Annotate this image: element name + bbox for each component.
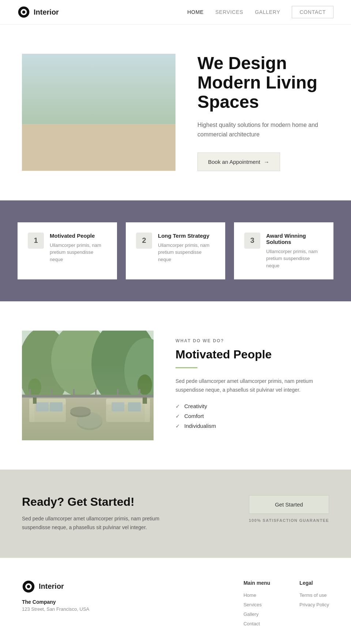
svg-point-51 <box>77 412 102 428</box>
footer-menu-item-services[interactable]: Services <box>244 601 270 608</box>
what-desc: Sed pede ullamcorper amet ullamcorper pr… <box>176 377 329 395</box>
svg-rect-54 <box>143 385 147 404</box>
svg-point-26 <box>119 71 129 81</box>
features-section: 1 Motivated People Ullamcorper primis, n… <box>0 200 351 302</box>
what-list-label-1: Comfort <box>184 413 204 419</box>
svg-point-53 <box>70 407 91 415</box>
nav-link-home[interactable]: HOME <box>187 9 204 15</box>
cta-desc: Sed pede ullamcorper amet ullamcorper pr… <box>22 515 168 532</box>
footer: Interior The Company 123 Street, San Fra… <box>0 558 351 644</box>
check-icon-2: ✓ <box>176 423 180 429</box>
svg-rect-29 <box>26 90 38 120</box>
footer-menu-item-home[interactable]: Home <box>244 592 270 598</box>
svg-rect-28 <box>22 83 42 163</box>
cta-right: Get Started 100% SATISFACTION GUARANTEE <box>249 495 329 523</box>
appointment-label: Book an Appointment <box>208 159 260 165</box>
footer-legal-item-privacy[interactable]: Privacy Policy <box>299 601 329 608</box>
svg-rect-40 <box>29 400 66 422</box>
feature-card-3: 3 Award Winning Solutions Ullamcorper pr… <box>234 222 333 280</box>
svg-point-24 <box>72 71 82 81</box>
svg-rect-63 <box>117 389 118 395</box>
feature-title-1: Motivated People <box>50 233 107 239</box>
svg-rect-39 <box>22 396 154 440</box>
footer-company-name: The Company <box>22 599 214 605</box>
footer-menu-link-contact[interactable]: Contact <box>244 621 260 626</box>
svg-point-67 <box>27 585 30 588</box>
nav-item-gallery[interactable]: GALLERY <box>255 9 280 15</box>
nav-link-contact[interactable]: CONTACT <box>292 6 333 18</box>
svg-rect-12 <box>44 83 154 134</box>
svg-rect-64 <box>139 389 140 395</box>
what-we-do-section: WHAT DO WE DO? Motivated People Sed pede… <box>0 301 351 470</box>
feature-desc-1: Ullamcorper primis, nam pretium suspendi… <box>50 242 107 263</box>
hero-title: We Design Modern Living Spaces <box>197 54 329 112</box>
svg-rect-32 <box>26 125 44 129</box>
footer-legal-list: Terms of use Privacy Policy <box>299 592 329 608</box>
svg-rect-17 <box>58 127 132 149</box>
book-appointment-button[interactable]: Book an Appointment → <box>197 152 280 171</box>
svg-rect-58 <box>22 395 154 398</box>
what-list: ✓ Creativity ✓ Comfort ✓ Individualism <box>176 403 329 429</box>
svg-rect-5 <box>22 54 176 83</box>
logo[interactable]: Interior <box>18 6 59 18</box>
hero-image <box>22 54 176 171</box>
svg-rect-41 <box>29 399 66 404</box>
get-started-button[interactable]: Get Started <box>249 495 329 514</box>
cta-title: Ready? Get Started! <box>22 495 234 509</box>
footer-menu-item-contact[interactable]: Contact <box>244 620 270 627</box>
svg-rect-60 <box>51 389 53 395</box>
what-list-label-0: Creativity <box>184 403 207 409</box>
footer-legal-link-privacy[interactable]: Privacy Policy <box>299 602 329 607</box>
footer-logo-icon <box>22 580 35 593</box>
footer-menu-link-services[interactable]: Services <box>244 602 262 607</box>
feature-title-2: Long Term Strategy <box>158 233 215 239</box>
what-list-item-1: ✓ Comfort <box>176 413 329 419</box>
feature-number-2: 2 <box>136 233 152 249</box>
feature-content-3: Award Winning Solutions Ullamcorper prim… <box>266 233 323 270</box>
footer-top: Interior The Company 123 Street, San Fra… <box>22 580 329 630</box>
footer-main-menu-list: Home Services Gallery Contact <box>244 592 270 627</box>
svg-rect-47 <box>145 399 150 422</box>
footer-main-menu: Main menu Home Services Gallery Contact <box>244 580 270 630</box>
footer-brand: Interior The Company 123 Street, San Fra… <box>22 580 214 630</box>
footer-legal-label: Legal <box>299 580 329 586</box>
what-title: Motivated People <box>176 348 329 361</box>
feature-card-1: 1 Motivated People Ullamcorper primis, n… <box>18 222 117 280</box>
svg-rect-62 <box>95 389 97 395</box>
brand-name: Interior <box>34 8 59 16</box>
footer-menu-item-gallery[interactable]: Gallery <box>244 611 270 617</box>
footer-legal: Legal Terms of use Privacy Policy <box>299 580 329 630</box>
svg-rect-4 <box>22 68 176 142</box>
what-list-item-2: ✓ Individualism <box>176 423 329 429</box>
svg-rect-18 <box>57 125 133 132</box>
nav-item-home[interactable]: HOME <box>187 9 204 15</box>
svg-rect-16 <box>44 109 154 110</box>
svg-rect-13 <box>44 83 45 134</box>
svg-rect-30 <box>26 123 38 142</box>
feature-title-3: Award Winning Solutions <box>266 233 323 245</box>
footer-main-menu-label: Main menu <box>244 580 270 586</box>
feature-content-2: Long Term Strategy Ullamcorper primis, n… <box>158 233 215 263</box>
footer-legal-link-terms[interactable]: Terms of use <box>299 592 327 598</box>
footer-legal-item-terms[interactable]: Terms of use <box>299 592 329 598</box>
cta-guarantee: 100% SATISFACTION GUARANTEE <box>249 518 329 523</box>
svg-rect-45 <box>106 400 150 422</box>
nav-item-services[interactable]: SERVICES <box>215 9 243 15</box>
what-image <box>22 331 154 440</box>
svg-rect-48 <box>112 402 124 411</box>
svg-rect-61 <box>73 389 75 395</box>
svg-rect-44 <box>50 402 63 411</box>
svg-rect-46 <box>106 399 150 404</box>
svg-point-55 <box>137 374 152 395</box>
outdoor-svg-art <box>22 331 154 440</box>
nav-links: HOME SERVICES GALLERY CONTACT <box>187 9 333 15</box>
svg-rect-15 <box>152 83 154 134</box>
svg-rect-27 <box>124 54 125 71</box>
footer-menu-link-home[interactable]: Home <box>244 592 256 598</box>
nav-link-services[interactable]: SERVICES <box>215 9 243 15</box>
hero-image-placeholder <box>22 54 176 171</box>
svg-rect-43 <box>36 402 49 411</box>
nav-link-gallery[interactable]: GALLERY <box>255 9 280 15</box>
footer-menu-link-gallery[interactable]: Gallery <box>244 611 258 617</box>
nav-item-contact[interactable]: CONTACT <box>292 9 333 15</box>
